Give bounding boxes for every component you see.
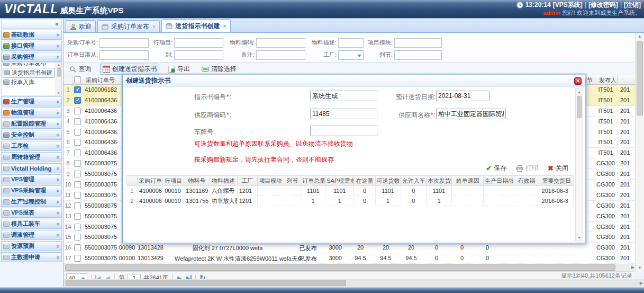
column-header[interactable]: SAP现需求 <box>325 176 354 186</box>
filter-input[interactable] <box>256 38 305 48</box>
column-header[interactable]: 超单原因 <box>452 176 484 186</box>
scroll-up-icon[interactable]: ▲ <box>577 90 581 94</box>
sidebar-group-周转箱管理[interactable]: 周转箱管理» <box>1 152 62 162</box>
sidebar-group-采购管理[interactable]: 采购管理« <box>1 52 62 62</box>
order-column-header[interactable]: 采购订单号 <box>86 76 115 84</box>
row-checkbox[interactable] <box>74 171 81 177</box>
scroll-right-icon[interactable]: ▶ <box>640 281 643 286</box>
scrollbar-thumb[interactable] <box>57 67 61 77</box>
column-header[interactable]: 物料号 <box>184 176 210 186</box>
sidebar-item-送货指示书创建[interactable]: 送货指示书创建 <box>3 68 55 78</box>
filter-input[interactable] <box>99 38 149 48</box>
保存-button[interactable]: ✔保存 <box>486 164 506 173</box>
column-header[interactable]: 生产日期/批号 <box>484 176 513 186</box>
toolbar-button-查询[interactable]: 查询 <box>67 64 94 75</box>
column-header[interactable]: 工厂 <box>237 176 257 186</box>
sidebar-group-Victall Holding[interactable]: Victall Holding» <box>1 163 62 173</box>
row-checkbox[interactable] <box>74 108 81 114</box>
sidebar-group-生产管理[interactable]: 生产管理» <box>1 96 62 106</box>
row-checkbox[interactable] <box>74 224 81 230</box>
column-header[interactable]: 需要交货日 <box>540 176 573 186</box>
delivery-item-row[interactable]: 14100006000101301169六角螺母1201110111010110… <box>127 186 574 196</box>
modal-title-bar[interactable]: 创建送货指示书 ✕ <box>123 75 585 87</box>
scrollbar-thumb[interactable] <box>65 264 615 271</box>
modal-vertical-scrollbar[interactable]: ▲ ▼ <box>575 88 583 241</box>
row-checkbox[interactable] <box>74 255 81 262</box>
tab-欢迎[interactable]: 欢迎 <box>66 20 96 32</box>
row-checkbox[interactable] <box>74 213 81 220</box>
column-header[interactable]: 采购订单号 <box>138 176 163 186</box>
row-checkbox[interactable] <box>74 149 81 156</box>
row-checkbox[interactable] <box>74 97 81 104</box>
scroll-down-icon[interactable]: ▼ <box>577 236 581 239</box>
supplier-code-input[interactable] <box>310 109 377 119</box>
sidebar-group-VPS报表[interactable]: VPS报表» <box>1 208 62 218</box>
publisher-column-header[interactable]: 发布人 <box>594 76 616 85</box>
page-horizontal-scrollbar[interactable]: ▶ <box>64 279 644 287</box>
tab-close-icon[interactable]: × <box>223 23 226 29</box>
column-header[interactable] <box>127 176 138 186</box>
link-logout[interactable]: [注销] <box>624 1 641 9</box>
filter-input[interactable] <box>256 50 305 60</box>
row-checkbox[interactable] <box>74 139 81 146</box>
order-row-16[interactable]: 165500003075CG3002010009013013428固化剂 27 … <box>64 243 635 253</box>
row-checkbox[interactable] <box>74 129 81 136</box>
grid-horizontal-scrollbar[interactable]: ▶ <box>64 264 635 271</box>
column-header[interactable]: 在途量 <box>354 176 375 186</box>
tab-送货指示书创建[interactable]: 送货指示书创建× <box>161 19 230 32</box>
sidebar-group-VPS管理[interactable]: VPS管理» <box>1 174 62 184</box>
row-checkbox[interactable] <box>74 160 81 167</box>
sidebar-group-配置跟踪管理[interactable]: 配置跟踪管理» <box>1 119 62 129</box>
factory-select[interactable] <box>338 50 364 60</box>
order-row-17[interactable]: 175500003075CG3002010010013013429Wefapro… <box>64 253 635 264</box>
filter-input[interactable] <box>174 38 223 48</box>
column-header[interactable]: 有效期 <box>513 176 540 186</box>
collapse-sidebar-button[interactable]: « <box>1 20 62 29</box>
sidebar-group-资源预测[interactable]: 资源预测» <box>1 241 62 251</box>
row-checkbox[interactable] <box>74 192 81 199</box>
instruction-no-input[interactable] <box>310 91 377 101</box>
toolbar-button-创建送货指示书[interactable]: 创建送货指示书 <box>100 64 159 75</box>
sidebar-group-物流管理[interactable]: 物流管理» <box>1 108 62 118</box>
filter-input[interactable] <box>338 38 364 48</box>
row-checkbox[interactable] <box>74 234 81 241</box>
filter-input[interactable] <box>394 50 442 60</box>
scroll-up-icon[interactable]: ▲ <box>638 34 642 39</box>
column-header[interactable]: 订单总量 <box>301 176 325 186</box>
column-header[interactable]: 项目模块 <box>257 176 284 186</box>
toolbar-button-清除选择[interactable]: 清除选择 <box>199 64 239 75</box>
scrollbar-thumb[interactable] <box>637 41 643 116</box>
row-checkbox[interactable] <box>74 118 81 125</box>
filter-input[interactable] <box>99 50 149 60</box>
column-header[interactable]: 物料描述 <box>210 176 237 186</box>
tab-采购订单发布[interactable]: 采购订单发布× <box>97 20 160 32</box>
sidebar-group-生产过程控制[interactable]: 生产过程控制» <box>1 197 62 207</box>
sidebar-item-报单入库[interactable]: 报单入库 <box>3 78 55 87</box>
row-checkbox[interactable] <box>74 86 81 93</box>
scroll-down-icon[interactable]: ▼ <box>57 92 60 95</box>
page-vertical-scrollbar[interactable]: ▲ ▼ <box>635 33 644 271</box>
sidebar-group-工序检[interactable]: 工序检» <box>1 141 62 151</box>
row-checkbox[interactable] <box>74 244 81 251</box>
link-vps-system[interactable]: [VPS系统] <box>553 1 583 9</box>
column-header[interactable]: 可送货数量 <box>375 176 401 186</box>
select-all-checkbox[interactable] <box>74 76 81 83</box>
sidebar-group-VPS采购管理[interactable]: VPS采购管理» <box>1 185 62 196</box>
sidebar-group-调漆管理[interactable]: 调漆管理» <box>1 230 62 240</box>
scroll-right-icon[interactable]: ▶ <box>631 265 634 270</box>
supplier-name-input[interactable] <box>436 109 506 119</box>
关闭-button[interactable]: ✖关闭 <box>548 164 568 173</box>
row-checkbox[interactable] <box>74 202 81 209</box>
sidebar-group-主数据申请[interactable]: 主数据申请» <box>1 252 62 262</box>
sidebar-group-模具工装车[interactable]: 模具工装车» <box>1 219 62 229</box>
scrollbar-thumb[interactable] <box>577 96 582 118</box>
modal-close-icon[interactable]: ✕ <box>574 77 582 85</box>
scroll-up-icon[interactable]: ▲ <box>57 63 60 66</box>
sidebar-group-基础数据[interactable]: 基础数据» <box>1 30 62 40</box>
sidebar-group-安全控制[interactable]: 安全控制» <box>1 130 62 140</box>
submenu-scrollbar[interactable]: ▲▼ <box>56 63 61 95</box>
tab-close-icon[interactable]: × <box>152 23 156 30</box>
打印-button[interactable]: 打印 <box>516 164 538 173</box>
column-header[interactable]: 本次发货数 <box>426 176 451 186</box>
sidebar-item-采购订单发布[interactable]: 采购订单发布 <box>3 63 55 68</box>
